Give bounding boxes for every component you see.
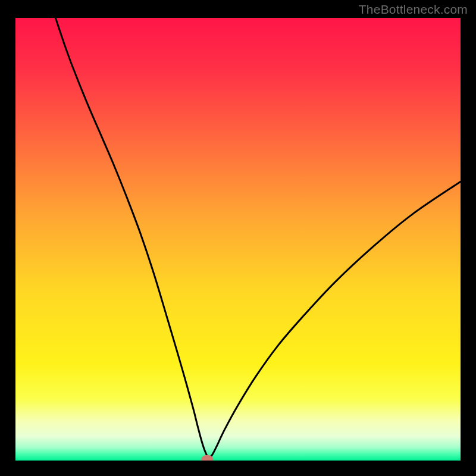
gradient-background [15,18,461,461]
chart-container: TheBottleneck.com [0,0,476,476]
watermark-text: TheBottleneck.com [359,2,468,17]
plot-svg [15,18,461,461]
plot-area [15,18,461,461]
